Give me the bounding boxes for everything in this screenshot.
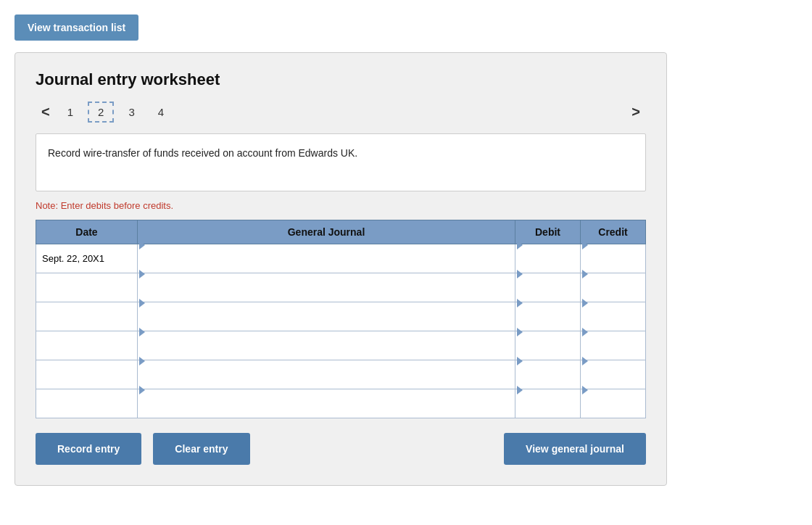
pagination: < 1 2 3 4 > xyxy=(36,101,646,123)
page-2[interactable]: 2 xyxy=(88,102,114,123)
worksheet-container: Journal entry worksheet < 1 2 3 4 > Reco… xyxy=(14,52,667,486)
table-row-credit-0[interactable] xyxy=(581,244,646,273)
table-row-journal-1[interactable] xyxy=(138,273,515,302)
next-page-arrow[interactable]: > xyxy=(626,101,646,123)
page-1[interactable]: 1 xyxy=(59,103,82,121)
table-row-date-4 xyxy=(36,360,138,389)
note-text: Note: Enter debits before credits. xyxy=(36,200,646,211)
table-row-credit-1[interactable] xyxy=(581,273,646,302)
table-row-journal-0[interactable] xyxy=(138,244,515,273)
table-row-journal-4[interactable] xyxy=(138,360,515,389)
table-row-credit-5[interactable] xyxy=(581,389,646,418)
view-transaction-list-button[interactable]: View transaction list xyxy=(14,15,138,41)
journal-table: Date General Journal Debit Credit Sept. … xyxy=(36,220,646,418)
bottom-buttons: Record entry Clear entry View general jo… xyxy=(36,433,646,465)
worksheet-title: Journal entry worksheet xyxy=(36,70,646,89)
table-row-journal-3[interactable] xyxy=(138,331,515,360)
header-date: Date xyxy=(36,220,138,244)
table-row-debit-0[interactable] xyxy=(515,244,581,273)
header-credit: Credit xyxy=(581,220,646,244)
table-row-date-3 xyxy=(36,331,138,360)
table-row-debit-3[interactable] xyxy=(515,331,581,360)
table-row-credit-2[interactable] xyxy=(581,302,646,331)
description-box: Record wire-transfer of funds received o… xyxy=(36,133,646,191)
table-row-date-1 xyxy=(36,273,138,302)
record-entry-button[interactable]: Record entry xyxy=(36,433,141,465)
table-row-date-0: Sept. 22, 20X1 xyxy=(36,244,138,273)
header-debit: Debit xyxy=(515,220,581,244)
table-row-debit-1[interactable] xyxy=(515,273,581,302)
header-journal: General Journal xyxy=(138,220,515,244)
table-row-debit-2[interactable] xyxy=(515,302,581,331)
table-row-credit-4[interactable] xyxy=(581,360,646,389)
table-row-date-2 xyxy=(36,302,138,331)
table-row-journal-5[interactable] xyxy=(138,389,515,418)
table-row-debit-4[interactable] xyxy=(515,360,581,389)
clear-entry-button[interactable]: Clear entry xyxy=(153,433,249,465)
view-general-journal-button[interactable]: View general journal xyxy=(504,433,646,465)
table-row-date-5 xyxy=(36,389,138,418)
prev-page-arrow[interactable]: < xyxy=(36,101,56,123)
table-row-debit-5[interactable] xyxy=(515,389,581,418)
page-4[interactable]: 4 xyxy=(149,103,173,121)
table-row-credit-3[interactable] xyxy=(581,331,646,360)
table-row-journal-2[interactable] xyxy=(138,302,515,331)
page-3[interactable]: 3 xyxy=(120,103,143,121)
